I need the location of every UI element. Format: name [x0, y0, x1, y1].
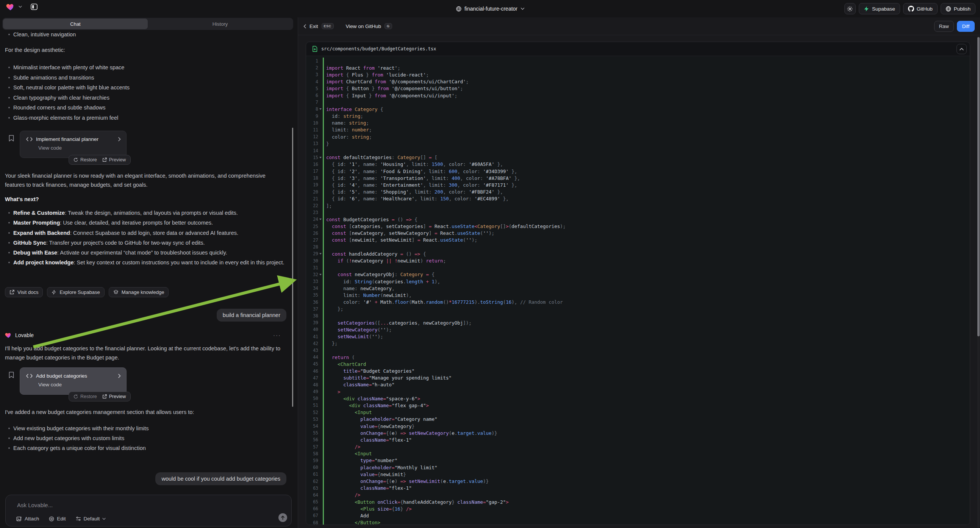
code-icon	[26, 374, 33, 378]
bookmark-icon[interactable]	[8, 135, 14, 142]
code-line: 55 onChange={(e) => setNewCategory(e.tar…	[306, 429, 970, 436]
code-line: 28	[306, 243, 970, 250]
settings-button[interactable]	[845, 3, 856, 14]
file-card: src/components/budget/BudgetCategories.t…	[306, 42, 970, 525]
tab-chat[interactable]: Chat	[3, 19, 148, 29]
assistant-footer-buttons: Visit docs Explore Supabase Manage knowl…	[5, 287, 169, 297]
user-message: would be cool if you could add budget ca…	[155, 472, 286, 485]
raw-toggle-button[interactable]: Raw	[934, 21, 954, 32]
version-card-implement-financial-planner[interactable]: Implement financial planner View code	[20, 131, 127, 158]
publish-button[interactable]: Publish	[940, 3, 975, 14]
code-line: 42 };	[306, 340, 970, 347]
chevron-right-icon	[118, 137, 121, 141]
view-on-github-button[interactable]: View on GitHub	[346, 24, 382, 29]
whats-next-list: Refine & Customize: Tweak the design, an…	[0, 208, 285, 268]
code-line: 20 { id: '5', name: 'Shopping', limit: 2…	[306, 189, 970, 196]
version-card-add-budget-categories[interactable]: Add budget categories View code	[20, 367, 127, 395]
chevron-up-icon	[959, 48, 964, 50]
visit-docs-button[interactable]: Visit docs	[5, 287, 43, 297]
list-item: Each category gets a unique color for vi…	[0, 443, 282, 453]
code-line: 11 limit: number;	[306, 127, 970, 133]
supabase-outline-icon	[51, 290, 56, 295]
code-line: 23	[306, 209, 970, 216]
code-line: 64 />	[306, 491, 970, 498]
code-line: 19 { id: '4', name: 'Entertainment', lim…	[306, 181, 970, 188]
preview-button[interactable]: Preview	[102, 394, 126, 399]
sliders-icon	[76, 516, 81, 521]
code-icon	[26, 137, 33, 141]
code-line: 61 value={newLimit}	[306, 471, 970, 478]
code-line: 21 { id: '6', name: 'Healthcare', limit:…	[306, 196, 970, 202]
list-item: Add project knowledge: Set key context o…	[0, 258, 285, 267]
lovable-logo-icon[interactable]	[6, 3, 15, 11]
code-line: 6import { Input } from '@/components/ui/…	[306, 92, 970, 99]
code-line: 62 onChange={(e) => setNewLimit(e.target…	[306, 478, 970, 484]
diff-toggle-button[interactable]: Diff	[957, 21, 975, 32]
code-line: 39 setCategories([...categories, newCate…	[306, 319, 970, 326]
version-actions: Restore Preview	[68, 392, 131, 401]
composer: Attach Edit Default	[5, 495, 292, 526]
code-line: 57 />	[306, 444, 970, 450]
view-code-link[interactable]: View code	[20, 379, 126, 388]
more-options-icon[interactable]: ···	[273, 332, 281, 338]
attach-button[interactable]: Attach	[16, 516, 39, 522]
list-item: GitHub Sync: Transfer your project's cod…	[0, 238, 285, 248]
top-bar: financial-future-creator Supabase GitHub…	[0, 0, 980, 17]
code-line: 16 { id: '1', name: 'Housing', limit: 15…	[306, 161, 970, 168]
supabase-icon	[864, 6, 869, 12]
file-path-row[interactable]: src/components/budget/BudgetCategories.t…	[306, 42, 970, 56]
code-line: 4import ChartCard from '@/components/ui/…	[306, 78, 970, 85]
code-line: 47 subtitle="Manage your spending limits…	[306, 375, 970, 382]
code-line: 15const defaultCategories: Category[] = …	[306, 154, 970, 161]
code-line: 33 id: String(categories.length + 1),	[306, 278, 970, 285]
list-item: Add new budget categories with custom li…	[0, 433, 282, 443]
list-item: Debug with Ease: Activate our experiment…	[0, 248, 285, 258]
explore-supabase-button[interactable]: Explore Supabase	[47, 287, 104, 297]
code-line: 51 <div className="flex gap-4">	[306, 402, 970, 409]
send-button[interactable]	[278, 513, 287, 522]
chat-scrollbar[interactable]	[292, 128, 293, 407]
added-bullets: View existing budget categories with the…	[0, 423, 282, 453]
code-line: 54 value={newCategory}	[306, 423, 970, 429]
whats-next-heading: What's next?	[5, 196, 39, 202]
code-lines: 12import React from 'react';3import { Pl…	[306, 57, 970, 525]
project-switcher[interactable]: financial-future-creator	[456, 0, 524, 17]
exit-button[interactable]: Exit	[310, 24, 318, 29]
sidebar-toggle-icon[interactable]	[30, 3, 38, 11]
user-message: build a financial planner	[217, 309, 286, 321]
preview-button[interactable]: Preview	[102, 157, 126, 162]
code-line: 9 id: string;	[306, 113, 970, 120]
code-line: 29 const handleAddCategory = () => {	[306, 250, 970, 257]
code-line: 58 <Input	[306, 450, 970, 457]
version-card-title: Add budget categories	[36, 373, 115, 379]
code-line: 1	[306, 57, 970, 64]
chat-input[interactable]	[17, 500, 244, 509]
list-item: Minimalist interface with plenty of whit…	[0, 62, 282, 73]
code-line: 59 type="number"	[306, 457, 970, 464]
code-line: 30 if (!newCategory || !newLimit) return…	[306, 257, 970, 264]
restore-button[interactable]: Restore	[73, 394, 97, 399]
list-item: Glass-morphic elements for a premium fee…	[0, 113, 282, 123]
project-icon	[456, 6, 461, 12]
code-line: 8interface Category {	[306, 106, 970, 113]
code-line: 32 const newCategoryObj: Category = {	[306, 271, 970, 278]
view-code-link[interactable]: View code	[20, 142, 126, 151]
select-target-icon	[49, 516, 54, 522]
model-selector[interactable]: Default	[76, 516, 106, 522]
manage-knowledge-button[interactable]: Manage knowledge	[109, 287, 169, 297]
code-editor[interactable]: 12import React from 'react';3import { Pl…	[306, 56, 970, 525]
supabase-button[interactable]: Supabase	[859, 3, 900, 14]
restore-button[interactable]: Restore	[73, 157, 97, 162]
code-line: 40 setNewCategory('');	[306, 326, 970, 333]
code-scrollbar-thumb[interactable]	[977, 37, 980, 336]
edit-button[interactable]: Edit	[49, 516, 65, 522]
collapse-file-button[interactable]	[956, 44, 967, 54]
logo-chevron-down-icon[interactable]	[19, 6, 22, 8]
code-line: 44 return (	[306, 354, 970, 361]
code-line: 10 name: string;	[306, 120, 970, 127]
chevron-down-icon	[102, 518, 106, 520]
assistant-name: Lovable	[15, 332, 34, 338]
github-button[interactable]: GitHub	[903, 3, 937, 14]
bookmark-icon[interactable]	[8, 372, 14, 379]
tab-history[interactable]: History	[148, 19, 293, 29]
